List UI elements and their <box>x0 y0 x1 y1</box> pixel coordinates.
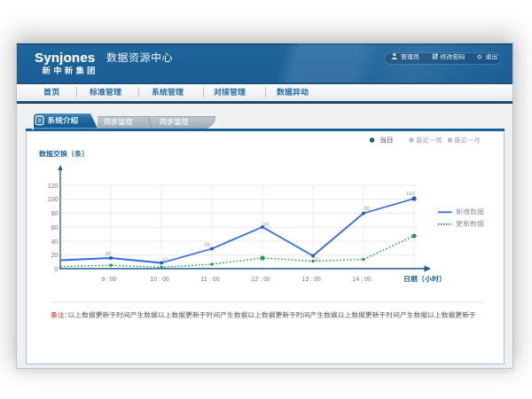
svg-text:10 : 00: 10 : 00 <box>150 276 169 282</box>
svg-text:0: 0 <box>55 266 59 272</box>
svg-text:80: 80 <box>51 210 59 216</box>
svg-text:11 : 00: 11 : 00 <box>200 276 220 282</box>
svg-text:100: 100 <box>405 191 415 196</box>
svg-text:40: 40 <box>51 239 59 245</box>
svg-text:13 : 00: 13 : 00 <box>301 276 321 282</box>
svg-text:60: 60 <box>51 224 59 231</box>
svg-text:18: 18 <box>105 251 111 256</box>
svg-text:35: 35 <box>204 242 210 247</box>
svg-text:60: 60 <box>263 222 270 227</box>
svg-text:120: 120 <box>48 183 59 189</box>
svg-text:10: 10 <box>313 256 319 262</box>
svg-text:20: 20 <box>51 252 59 258</box>
svg-text:12 : 00: 12 : 00 <box>251 276 270 282</box>
svg-text:80: 80 <box>364 206 371 211</box>
svg-text:10: 10 <box>162 257 168 262</box>
svg-text:100: 100 <box>48 196 59 202</box>
svg-text:9 : 00: 9 : 00 <box>102 276 117 282</box>
svg-text:Synjones: Synjones <box>35 50 95 65</box>
svg-text:14 : 00: 14 : 00 <box>352 276 372 282</box>
